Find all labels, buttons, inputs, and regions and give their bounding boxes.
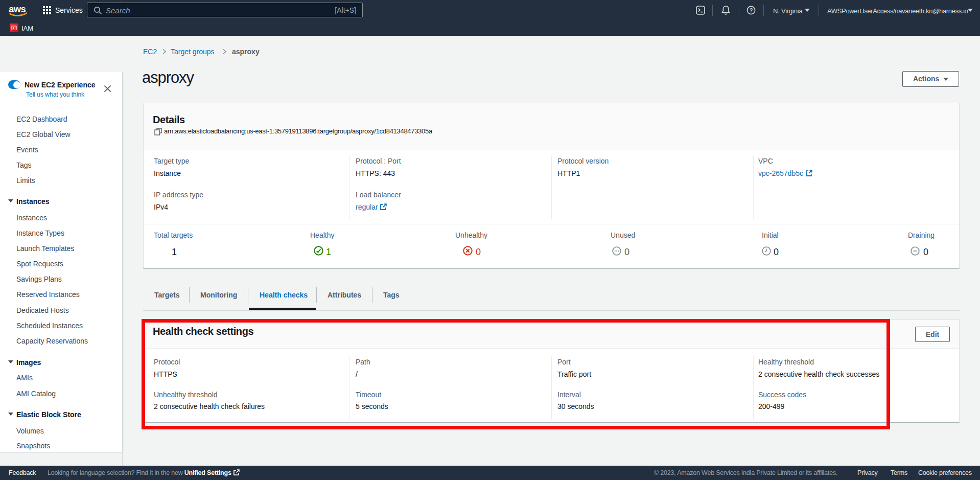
- svg-text:aws: aws: [9, 4, 26, 14]
- svg-text:?: ?: [750, 7, 753, 13]
